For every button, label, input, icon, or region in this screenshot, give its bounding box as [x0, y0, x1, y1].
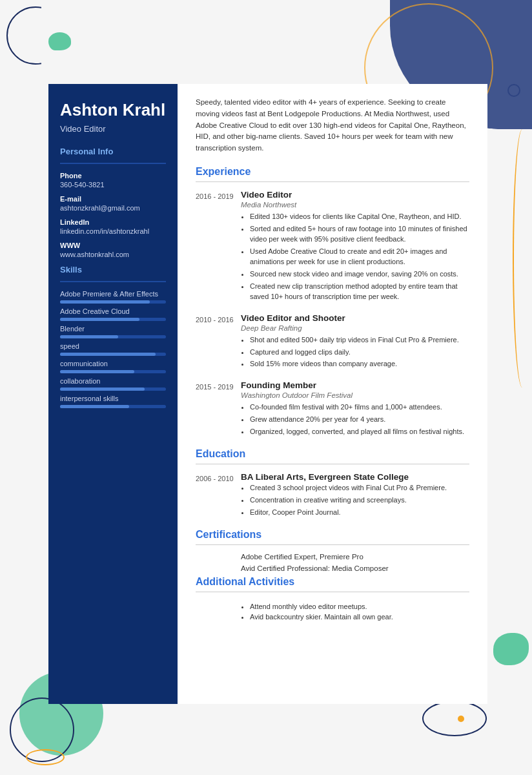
deco-blob-teal-right — [493, 633, 529, 665]
entry-subtitle: Washington Outdoor Film Festival — [241, 391, 469, 399]
entry-title: Video Editor and Shooter — [241, 313, 469, 323]
deco-circle-small-right — [507, 84, 520, 97]
skill-bar-background — [60, 388, 166, 391]
email-label: E-mail — [60, 195, 166, 203]
table-row: 2015 - 2019Founding MemberWashington Out… — [196, 380, 469, 439]
cert-text: Adobe Certified Expert, Premiere Pro — [241, 553, 363, 561]
skill-bar-fill — [60, 318, 139, 321]
skill-label: Blender — [60, 325, 166, 333]
skill-bar-background — [60, 300, 166, 304]
list-item: Attend monthly video editor meetups. — [250, 603, 393, 610]
skill-bar-background — [60, 335, 166, 338]
entry-date: 2015 - 2019 — [196, 380, 241, 439]
skills-list: Adobe Premiere & After EffectsAdobe Crea… — [60, 290, 166, 408]
personal-info-heading: Personal Info — [60, 147, 166, 156]
certification-entry: Avid Certified Professional: Media Compo… — [196, 564, 469, 572]
activity-list: Attend monthly video editor meetups.Avid… — [241, 603, 393, 621]
entry-content: Video EditorMedia NorthwestEdited 130+ v… — [241, 190, 469, 304]
bullet-list: Shot and edited 500+ daily trip videos i… — [241, 335, 469, 370]
certification-entry: Adobe Certified Expert, Premiere Pro — [196, 553, 469, 561]
skill-bar-background — [60, 405, 166, 408]
skill-bar-background — [60, 370, 166, 373]
entry-title: BA Liberal Arts, Evergreen State College — [241, 472, 469, 482]
phone-label: Phone — [60, 172, 166, 180]
phone-value: 360-540-3821 — [60, 181, 166, 189]
bullet-list: Edited 130+ videos for clients like Capi… — [241, 212, 469, 302]
list-item: Avid backcountry skier. Maintain all own… — [250, 613, 393, 621]
list-item: Sold 15% more videos than company averag… — [250, 359, 469, 369]
entry-subtitle: Media Northwest — [241, 201, 469, 209]
cert-indent — [196, 564, 241, 572]
activities-content: Attend monthly video editor meetups.Avid… — [241, 600, 393, 623]
list-item: Created 3 school project videos with Fin… — [250, 483, 469, 493]
deco-oval-bottom-left — [26, 749, 65, 765]
skill-bar-fill — [60, 300, 150, 304]
skill-bar-background — [60, 318, 166, 321]
skill-label: interpersonal skills — [60, 395, 166, 402]
skill-bar-fill — [60, 370, 134, 373]
table-row: 2016 - 2019Video EditorMedia NorthwestEd… — [196, 190, 469, 304]
education-divider — [196, 464, 469, 464]
list-item: Captured and logged clips daily. — [250, 347, 469, 358]
skill-bar-fill — [60, 335, 118, 338]
email-value: ashtonzkrahl@gmail.com — [60, 204, 166, 212]
list-item: Edited 130+ videos for clients like Capi… — [250, 212, 469, 222]
activities-divider — [196, 592, 469, 592]
list-item: Grew attendance 20% per year for 4 years… — [250, 415, 469, 425]
resume-container: Ashton Krahl Video Editor Personal Info … — [48, 84, 487, 704]
entry-content: Video Editor and ShooterDeep Bear Raftin… — [241, 313, 469, 372]
www-label: WWW — [60, 242, 166, 249]
entry-date: 2016 - 2019 — [196, 190, 241, 304]
activities-indent — [196, 600, 241, 623]
deco-circle-outline-bottom-right — [422, 701, 487, 736]
list-item: Sourced new stock video and image vendor… — [250, 269, 469, 280]
deco-arc-right — [513, 129, 532, 388]
skills-heading: Skills — [60, 265, 166, 274]
list-item: Created new clip transcription method ad… — [250, 282, 469, 302]
cert-text: Avid Certified Professional: Media Compo… — [241, 564, 389, 572]
activities-entries: Attend monthly video editor meetups.Avid… — [196, 600, 469, 623]
list-item: Editor, Cooper Point Journal. — [250, 508, 469, 518]
skill-label: Adobe Creative Cloud — [60, 307, 166, 315]
entry-title: Video Editor — [241, 190, 469, 200]
entry-title: Founding Member — [241, 380, 469, 390]
list-item: Used Adobe Creative Cloud to create and … — [250, 247, 469, 267]
entry-subtitle: Deep Bear Rafting — [241, 324, 469, 332]
cert-indent — [196, 553, 241, 561]
deco-dot-orange-bottom — [458, 716, 464, 722]
education-entries: 2006 - 2010BA Liberal Arts, Evergreen St… — [196, 472, 469, 520]
summary-text: Speedy, talented video editor with 4+ ye… — [196, 97, 469, 154]
linkedin-label: LinkedIn — [60, 218, 166, 226]
main-content: Speedy, talented video editor with 4+ ye… — [178, 84, 487, 704]
activities-heading: Additional Activities — [196, 576, 469, 588]
entry-content: BA Liberal Arts, Evergreen State College… — [241, 472, 469, 520]
list-item: Shot and edited 500+ daily trip videos i… — [250, 335, 469, 346]
candidate-title: Video Editor — [60, 124, 166, 134]
entry-date: 2006 - 2010 — [196, 472, 241, 520]
table-row: 2006 - 2010BA Liberal Arts, Evergreen St… — [196, 472, 469, 520]
list-item: Organized, logged, converted, and played… — [250, 427, 469, 437]
deco-blob-green — [48, 32, 71, 50]
candidate-name: Ashton Krahl — [60, 100, 166, 120]
skill-label: speed — [60, 342, 166, 350]
skill-label: collaboration — [60, 377, 166, 385]
bullet-list: Created 3 school project videos with Fin… — [241, 483, 469, 518]
list-item: Sorted and edited 5+ hours of raw footag… — [250, 224, 469, 245]
experience-divider — [196, 181, 469, 182]
www-value: www.ashtonkrahl.com — [60, 251, 166, 258]
certifications-entries: Adobe Certified Expert, Premiere ProAvid… — [196, 553, 469, 572]
personal-info-divider — [60, 163, 166, 164]
activities-entry: Attend monthly video editor meetups.Avid… — [196, 600, 469, 623]
linkedin-value: linkedin.com/in/ashtonzkrahl — [60, 227, 166, 235]
skill-bar-fill — [60, 353, 156, 356]
table-row: 2010 - 2016Video Editor and ShooterDeep … — [196, 313, 469, 372]
certifications-heading: Certifications — [196, 529, 469, 541]
skills-divider — [60, 281, 166, 282]
list-item: Co-founded film festival with 20+ films … — [250, 402, 469, 413]
skill-bar-fill — [60, 405, 129, 408]
skill-bar-fill — [60, 388, 145, 391]
experience-heading: Experience — [196, 166, 469, 178]
skill-bar-background — [60, 353, 166, 356]
bullet-list: Co-founded film festival with 20+ films … — [241, 402, 469, 437]
skill-label: communication — [60, 360, 166, 367]
